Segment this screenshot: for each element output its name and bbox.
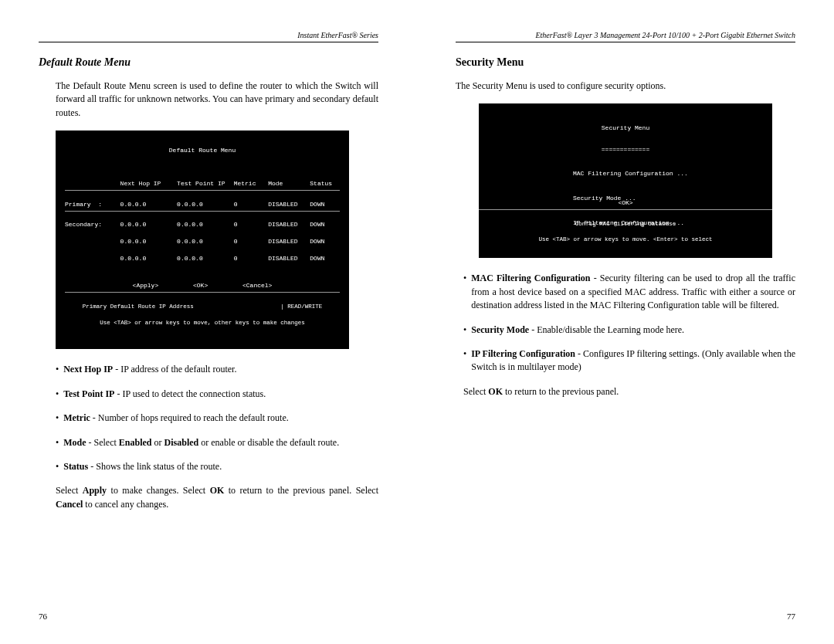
- bullet-security-mode: • Security Mode - Enable/disable the Lea…: [456, 324, 795, 337]
- closing-paragraph: Select OK to return to the previous pane…: [456, 385, 795, 398]
- table-row: Primary :0.0.0.00.0.0.00DISABLEDDOWN: [65, 201, 340, 209]
- cancel-button[interactable]: <Cancel>: [242, 282, 272, 289]
- security-terminal: Security Menu ============= MAC Filterin…: [479, 103, 772, 258]
- term-hint: Use <TAB> or arrow keys to move, other k…: [65, 319, 340, 327]
- page-header-right: EtherFast® Layer 3 Management 24-Port 10…: [456, 31, 795, 42]
- bullet-ip-filtering: • IP Filtering Configuration - Configure…: [456, 347, 795, 375]
- bullet-icon: •: [56, 460, 59, 473]
- page-right: EtherFast® Layer 3 Management 24-Port 10…: [417, 0, 834, 644]
- bullet-mode: • Mode - Select Enabled or Disabled or e…: [39, 436, 378, 449]
- table-row: 0.0.0.00.0.0.00DISABLEDDOWN: [65, 238, 340, 246]
- bullet-metric: • Metric - Number of hops required to re…: [39, 412, 378, 425]
- page-number: 77: [787, 612, 795, 621]
- term-header-row: Next Hop IPTest Point IPMetricModeStatus: [65, 180, 340, 188]
- bullet-icon: •: [463, 347, 466, 375]
- closing-paragraph: Select Apply to make changes. Select OK …: [39, 484, 378, 511]
- table-row: Secondary:0.0.0.00.0.0.00DISABLEDDOWN: [65, 221, 340, 229]
- page-left: Instant EtherFast® Series Default Route …: [0, 0, 417, 644]
- bullet-icon: •: [56, 436, 59, 449]
- term-hint: Use <TAB> or arrow keys to move. <Enter>…: [479, 236, 772, 243]
- default-route-terminal: Default Route Menu Next Hop IPTest Point…: [56, 130, 349, 349]
- ok-button[interactable]: <OK>: [193, 282, 208, 289]
- intro-paragraph: The Security Menu is used to configure s…: [456, 80, 795, 93]
- bullet-test-point-ip: • Test Point IP - IP used to detect the …: [39, 388, 378, 401]
- term-buttons: <Apply> <OK> <Cancel>: [65, 282, 340, 290]
- bullet-icon: •: [56, 388, 59, 401]
- bullet-icon: •: [463, 272, 466, 312]
- term-hint: Primary Default Route IP Address | READ/…: [65, 303, 340, 310]
- menu-item-mac-filtering[interactable]: MAC Filtering Configuration ...: [573, 170, 763, 178]
- bullet-mac-filtering: • MAC Filtering Configuration - Security…: [456, 272, 795, 312]
- term-underline: =============: [488, 146, 763, 154]
- page-number: 76: [39, 612, 47, 621]
- term-title: Security Menu: [488, 124, 763, 133]
- bullet-next-hop-ip: • Next Hop IP - IP address of the defaul…: [39, 363, 378, 376]
- page-header-left: Instant EtherFast® Series: [39, 31, 378, 42]
- bullet-icon: •: [463, 324, 466, 337]
- apply-button[interactable]: <Apply>: [133, 282, 159, 289]
- bullet-icon: •: [56, 363, 59, 376]
- intro-paragraph: The Default Route Menu screen is used to…: [39, 80, 378, 120]
- bullet-icon: •: [56, 412, 59, 425]
- term-title: Default Route Menu: [65, 147, 340, 155]
- bullet-status: • Status - Shows the link status of the …: [39, 460, 378, 473]
- ok-button[interactable]: <OK>: [479, 199, 772, 208]
- section-title-default-route: Default Route Menu: [39, 56, 378, 69]
- section-title-security: Security Menu: [456, 56, 795, 69]
- term-hint: Config MAC filtering database: [479, 220, 772, 228]
- table-row: 0.0.0.00.0.0.00DISABLEDDOWN: [65, 255, 340, 263]
